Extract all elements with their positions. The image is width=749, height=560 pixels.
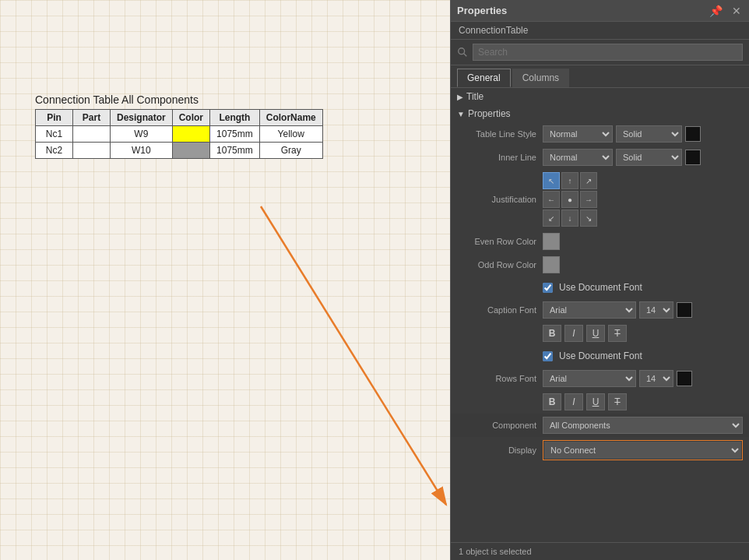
odd-row-color-swatch[interactable]	[543, 256, 560, 273]
table-line-style-label: Table Line Style	[457, 129, 543, 139]
cell-part-2	[73, 143, 111, 159]
caption-underline-button[interactable]: U	[586, 325, 605, 342]
just-btn-topleft[interactable]: ↖	[543, 172, 560, 189]
just-btn-bottom[interactable]: ↓	[561, 210, 578, 227]
panel-title: Properties	[457, 5, 507, 16]
close-button[interactable]: ✕	[730, 5, 743, 17]
just-btn-bottomright[interactable]: ↘	[580, 210, 597, 227]
rows-font-name-dropdown[interactable]: Arial	[543, 370, 636, 387]
caption-font-row: Caption Font Arial 14	[451, 298, 749, 322]
caption-font-doc-controls: Use Document Font	[543, 282, 743, 293]
title-section-header[interactable]: ▶ Title	[451, 88, 749, 105]
inner-line-controls: Normal Thin Thick Solid Dashed Dotted	[543, 149, 743, 166]
tab-general[interactable]: General	[457, 69, 511, 87]
table-header-row: Pin Part Designator Color Length ColorNa…	[36, 110, 323, 126]
cell-color-1	[172, 126, 209, 143]
inner-line-label: Inner Line	[457, 153, 543, 162]
even-row-color-swatch[interactable]	[543, 233, 560, 250]
just-btn-left[interactable]: ←	[543, 191, 560, 208]
inner-line-type-dropdown[interactable]: Solid Dashed Dotted	[616, 149, 682, 166]
component-label: Component	[457, 421, 543, 430]
odd-row-color-label: Odd Row Color	[457, 260, 543, 269]
rows-font-style-row: B I U T	[451, 390, 749, 414]
col-part: Part	[73, 110, 111, 126]
title-section-arrow: ▶	[457, 93, 463, 101]
even-row-color-row: Even Row Color	[451, 230, 749, 253]
inner-line-color-swatch[interactable]	[685, 150, 701, 165]
component-controls: All Components Some Components	[543, 417, 743, 434]
tab-columns[interactable]: Columns	[512, 69, 569, 87]
connection-table: Pin Part Designator Color Length ColorNa…	[35, 109, 323, 159]
display-label: Display	[457, 446, 543, 455]
component-dropdown[interactable]: All Components Some Components	[543, 417, 743, 434]
caption-italic-button[interactable]: I	[564, 325, 583, 342]
table-line-style-dropdown[interactable]: Normal Thin Thick	[543, 125, 613, 143]
just-btn-center[interactable]: ●	[561, 191, 578, 208]
display-dropdown[interactable]: No Connect Connect	[544, 442, 741, 459]
cell-length-2: 1075mm	[210, 143, 260, 159]
table-row: Nc2 W10 1075mm Gray	[36, 143, 323, 159]
caption-font-name-dropdown[interactable]: Arial	[543, 301, 636, 319]
justification-row: Justification ↖ ↑ ↗ ← ● → ↙ ↓ ↘	[451, 169, 749, 230]
even-row-color-label: Even Row Color	[457, 237, 543, 246]
connection-table-label: ConnectionTable	[451, 22, 749, 40]
odd-row-color-row: Odd Row Color	[451, 253, 749, 276]
svg-line-3	[464, 54, 467, 57]
search-icon	[457, 47, 468, 58]
rows-font-row: Rows Font Arial 14	[451, 367, 749, 390]
search-bar	[451, 40, 749, 65]
pin-button[interactable]: 📌	[708, 5, 724, 17]
rows-font-color-swatch[interactable]	[677, 371, 692, 386]
cell-designator-1: W9	[111, 126, 173, 143]
caption-use-doc-font-checkbox[interactable]	[543, 283, 553, 293]
cell-part-1	[73, 126, 111, 143]
just-btn-right[interactable]: →	[580, 191, 597, 208]
cell-pin-1: Nc1	[36, 126, 73, 143]
rows-italic-button[interactable]: I	[564, 393, 583, 410]
just-btn-topright[interactable]: ↗	[580, 172, 597, 189]
properties-section-header[interactable]: ▼ Properties	[451, 105, 749, 122]
caption-font-controls: Arial 14	[543, 301, 743, 319]
col-colorname: ColorName	[259, 110, 322, 126]
status-text: 1 object is selected	[459, 547, 532, 556]
justification-grid: ↖ ↑ ↗ ← ● → ↙ ↓ ↘	[543, 172, 597, 227]
search-input[interactable]	[473, 44, 743, 61]
cell-length-1: 1075mm	[210, 126, 260, 143]
rows-underline-button[interactable]: U	[586, 393, 605, 410]
connection-table-wrapper: Connection Table All Components Pin Part…	[35, 93, 323, 159]
rows-use-doc-font-checkbox[interactable]	[543, 351, 553, 361]
caption-strikethrough-button[interactable]: T	[608, 325, 627, 342]
table-row: Nc1 W9 1075mm Yellow	[36, 126, 323, 143]
rows-font-style-controls: B I U T	[543, 393, 743, 410]
properties-panel: Properties 📌 ✕ ConnectionTable General C…	[450, 0, 749, 560]
rows-font-use-doc-row: Use Document Font	[451, 345, 749, 367]
caption-font-color-swatch[interactable]	[677, 302, 692, 318]
col-pin: Pin	[36, 110, 73, 126]
even-row-color-controls	[543, 233, 743, 250]
caption-use-doc-font-label: Use Document Font	[559, 282, 642, 293]
rows-font-label: Rows Font	[457, 374, 543, 383]
inner-line-style-dropdown[interactable]: Normal Thin Thick	[543, 149, 613, 166]
rows-font-controls: Arial 14	[543, 370, 743, 387]
table-line-style-row: Table Line Style Normal Thin Thick Solid…	[451, 122, 749, 146]
panel-controls: 📌 ✕	[708, 5, 743, 17]
svg-line-1	[261, 206, 446, 505]
just-btn-bottomleft[interactable]: ↙	[543, 210, 560, 227]
rows-use-doc-font-label: Use Document Font	[559, 350, 642, 361]
caption-bold-button[interactable]: B	[543, 325, 561, 342]
table-line-color-swatch[interactable]	[685, 126, 701, 142]
caption-font-label: Caption Font	[457, 305, 543, 315]
caption-font-style-row: B I U T	[451, 322, 749, 345]
rows-bold-button[interactable]: B	[543, 393, 561, 410]
cell-designator-2: W10	[111, 143, 173, 159]
col-designator: Designator	[111, 110, 173, 126]
table-line-type-dropdown[interactable]: Solid Dashed Dotted	[616, 125, 682, 143]
arrow-annotation	[0, 0, 450, 560]
rows-font-size-dropdown[interactable]: 14	[639, 370, 673, 387]
caption-font-size-dropdown[interactable]: 14	[639, 301, 673, 319]
just-btn-top[interactable]: ↑	[561, 172, 578, 189]
justification-controls: ↖ ↑ ↗ ← ● → ↙ ↓ ↘	[543, 172, 743, 227]
rows-font-doc-controls: Use Document Font	[543, 350, 743, 361]
properties-section-arrow: ▼	[457, 110, 465, 118]
rows-strikethrough-button[interactable]: T	[608, 393, 627, 410]
